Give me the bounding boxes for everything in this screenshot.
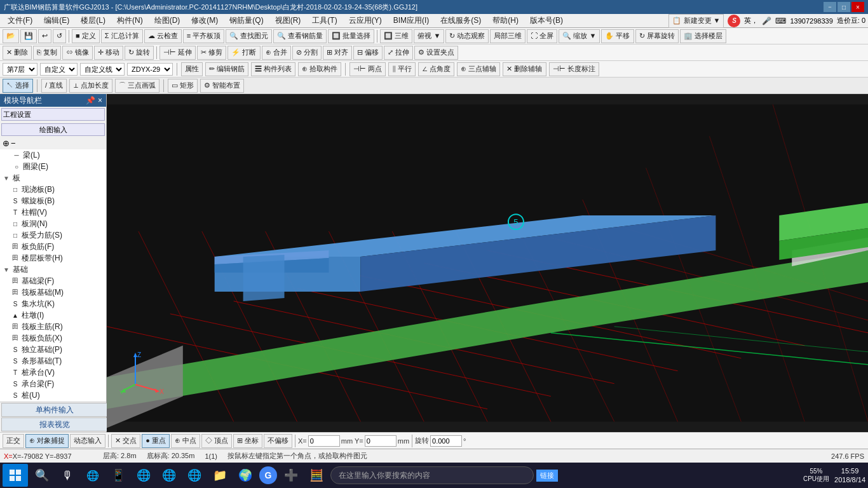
layer-select[interactable]: 第7层 xyxy=(3,63,37,76)
three-arc-button[interactable]: ⌒ 三点画弧 xyxy=(115,79,159,93)
copy-button[interactable]: ⎘ 复制 xyxy=(33,46,61,60)
view-rebar-button[interactable]: 🔍 查看钢筋量 xyxy=(273,29,327,43)
component-list-button[interactable]: ☰ 构件列表 xyxy=(251,62,295,76)
line-type-select[interactable]: 自定义线 xyxy=(80,63,125,76)
top-view-button[interactable]: 俯视 ▼ xyxy=(414,29,444,43)
rect-tool-button[interactable]: ▭ 矩形 xyxy=(168,79,198,93)
trim-button[interactable]: ✂ 修剪 xyxy=(197,46,226,60)
viewport[interactable]: 5 Z X Y xyxy=(107,94,868,432)
taskbar-ie-icon[interactable]: 🌐 xyxy=(81,464,104,487)
no-offset-button[interactable]: 不偏移 xyxy=(264,434,292,448)
start-button[interactable] xyxy=(3,464,28,487)
tree-collapse-icon[interactable]: − xyxy=(11,139,16,148)
local-3d-button[interactable]: 局部三维 xyxy=(490,29,526,43)
pan-button[interactable]: ✋ 平移 xyxy=(601,29,634,43)
dynamic-observe-button[interactable]: ↻ 动态观察 xyxy=(445,29,489,43)
menu-online[interactable]: 在线服务(S) xyxy=(435,14,486,27)
delete-button[interactable]: ✕ 删除 xyxy=(3,46,32,60)
tree-item-luoxuanban[interactable]: S 螺旋板(B) xyxy=(0,195,106,207)
menu-component[interactable]: 构件(N) xyxy=(112,14,148,27)
tree-item-bandong[interactable]: □ 板洞(N) xyxy=(0,218,106,229)
select-tool-button[interactable]: ↖ 选择 xyxy=(3,79,33,93)
tree-item-zhumao[interactable]: T 柱帽(V) xyxy=(0,207,106,218)
undo-button[interactable]: ↩ xyxy=(38,29,51,43)
taskbar-plus-icon[interactable]: ➕ xyxy=(280,464,302,487)
two-point-button[interactable]: ⊣⊢ 两点 xyxy=(349,62,386,76)
zdyx-select[interactable]: ZDYX-29 xyxy=(127,63,173,76)
tree-group-ban[interactable]: ▼ 板 xyxy=(0,172,106,184)
menu-version[interactable]: 版本号(B) xyxy=(525,14,568,27)
single-component-button[interactable]: 单构件输入 xyxy=(1,403,107,417)
offset-button[interactable]: ⊟ 偏移 xyxy=(353,46,383,60)
find-element-button[interactable]: 🔍 查找图元 xyxy=(226,29,272,43)
project-settings-button[interactable]: 工程设置 xyxy=(1,108,105,121)
taskbar-browser3-icon[interactable]: 🌐 xyxy=(183,464,206,487)
taskbar-calc-icon[interactable]: 🧮 xyxy=(305,464,328,487)
screen-rotate-button[interactable]: ↻ 屏幕旋转 xyxy=(635,29,679,43)
sidebar-pin-icon[interactable]: 📌 xyxy=(86,96,95,105)
tree-group-jichu[interactable]: ▼ 基础 xyxy=(0,264,106,275)
length-mark-button[interactable]: ⊣⊢ 长度标注 xyxy=(549,62,599,76)
intersection-button[interactable]: ✕ 交点 xyxy=(111,434,140,448)
taskbar-browser2-icon[interactable]: 🌐 xyxy=(158,464,180,487)
3d-view-button[interactable]: 🔲 三维 xyxy=(380,29,412,43)
parallel-button[interactable]: ∥ 平行 xyxy=(388,62,416,76)
calc-summary-button[interactable]: Σ 汇总计算 xyxy=(101,29,143,43)
tree-item-banshouliji[interactable]: □ 板受力筋(S) xyxy=(0,229,106,241)
open-button[interactable]: 📂 xyxy=(3,29,19,43)
tree-item-xianzhuban[interactable]: □ 现浇板(B) xyxy=(0,184,106,195)
minimize-button[interactable]: － xyxy=(824,2,836,12)
tree-item-banfujin[interactable]: 田 板负筋(F) xyxy=(0,241,106,252)
tree-add-icon[interactable]: ⊕ xyxy=(3,139,10,148)
edit-rebar-button[interactable]: ✏ 编辑钢筋 xyxy=(205,62,248,76)
tree-item-zhudun[interactable]: ▲ 柱墩(I) xyxy=(0,309,106,321)
tree-item-kuangfujin[interactable]: 田 筏板负筋(X) xyxy=(0,332,106,344)
link-button[interactable]: 链接 xyxy=(536,470,558,482)
break-button[interactable]: ⚡ 打断 xyxy=(227,46,260,60)
tree-item-zhuang[interactable]: S 桩(U) xyxy=(0,390,106,401)
menu-cloud[interactable]: 云应用(Y) xyxy=(344,14,387,27)
maximize-button[interactable]: □ xyxy=(837,2,850,12)
sidebar-close-icon[interactable]: × xyxy=(98,96,102,105)
smart-layout-button[interactable]: ⚙ 智能布置 xyxy=(200,79,244,93)
tree-item-kuangjichu[interactable]: 田 筏板基础(M) xyxy=(0,287,106,298)
extend-button[interactable]: ⊣⊢ 延伸 xyxy=(159,46,196,60)
property-button[interactable]: 属性 xyxy=(181,62,203,76)
point-angle-button[interactable]: ∠ 点角度 xyxy=(418,62,454,76)
tree-item-zhuangtai[interactable]: T 桩承台(V) xyxy=(0,367,106,378)
center-button[interactable]: ⊕ 中点 xyxy=(171,434,200,448)
vertex-button[interactable]: ◇ 顶点 xyxy=(201,434,232,448)
tree-item-jichuliang[interactable]: 田 基础梁(F) xyxy=(0,275,106,287)
taskbar-search-bar[interactable]: 在这里输入你要搜索的内容 xyxy=(330,466,534,484)
snap-button[interactable]: ⊕ 对象捕捉 xyxy=(25,434,69,448)
move-button[interactable]: ✛ 移动 xyxy=(94,46,123,60)
coordinate-button[interactable]: ⊞ 坐标 xyxy=(233,434,262,448)
layer-mode-select[interactable]: 自定义 xyxy=(40,63,78,76)
redo-button[interactable]: ↺ xyxy=(53,29,66,43)
close-button[interactable]: × xyxy=(851,2,864,12)
tree-item-liang[interactable]: ─ 梁(L) xyxy=(0,149,106,161)
drawing-input-button[interactable]: 绘图输入 xyxy=(1,123,105,136)
line-tool-button[interactable]: / 直线 xyxy=(41,79,67,93)
zoom-button[interactable]: 🔍 缩放 ▼ xyxy=(559,29,600,43)
menu-tools[interactable]: 工具(T) xyxy=(307,14,342,27)
pick-component-button[interactable]: ⊕ 拾取构件 xyxy=(298,62,341,76)
save-button[interactable]: 💾 xyxy=(20,29,37,43)
x-input[interactable] xyxy=(308,435,340,447)
taskbar-folder-icon[interactable]: 📁 xyxy=(208,464,231,487)
rotate-input[interactable] xyxy=(430,435,462,447)
set-grip-button[interactable]: ⚙ 设置夹点 xyxy=(414,46,458,60)
batch-select-button[interactable]: 🔲 批量选择 xyxy=(328,29,374,43)
new-change-button[interactable]: 📋 新建变更 ▼ xyxy=(668,14,724,28)
delete-aux-button[interactable]: ✕ 删除辅轴 xyxy=(503,62,546,76)
report-view-button[interactable]: 报表视览 xyxy=(1,417,107,431)
cloud-check-button[interactable]: ☁ 云检查 xyxy=(144,29,182,43)
tree-item-dulijijichu[interactable]: S 独立基础(P) xyxy=(0,344,106,355)
taskbar-cortana-icon[interactable]: 🎙 xyxy=(56,464,79,487)
menu-modify[interactable]: 修改(M) xyxy=(186,14,223,27)
y-input[interactable] xyxy=(365,435,397,447)
menu-view[interactable]: 视图(R) xyxy=(270,14,306,27)
align-button[interactable]: ⊞ 对齐 xyxy=(323,46,352,60)
menu-floor[interactable]: 楼层(L) xyxy=(76,14,111,27)
midpoint-button[interactable]: ● 重点 xyxy=(142,434,170,448)
